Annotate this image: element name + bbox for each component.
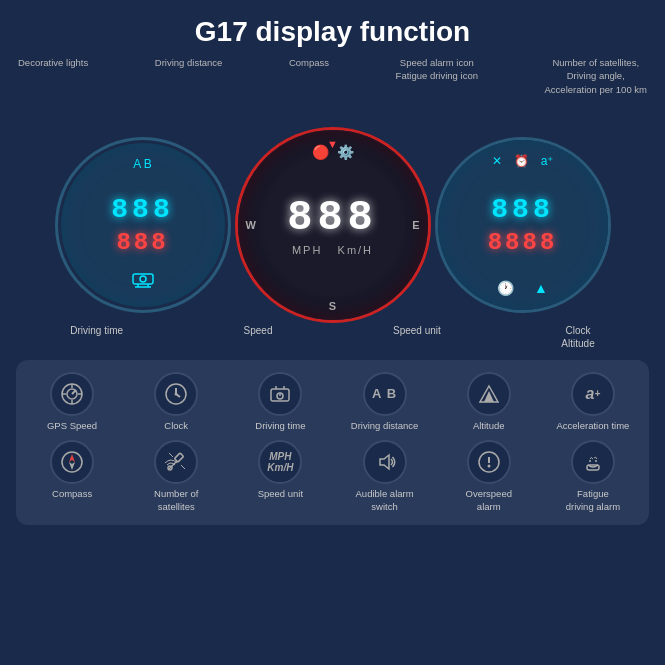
svg-point-37 [595, 460, 597, 462]
fatigue-icon [571, 440, 615, 484]
label-driving-time: Driving time [70, 324, 123, 350]
right-top-icons: ✕ ⏰ a⁺ [492, 154, 554, 168]
right-digit-top: 888 [491, 194, 553, 225]
compass-s: S [329, 300, 336, 312]
feature-gps-speed-label: GPS Speed [47, 420, 97, 432]
audible-alarm-icon [363, 440, 407, 484]
display-section: A B 888 888 ▼ S W E 🔴 ⚙️ [0, 100, 665, 320]
clock-icon-top: ⏰ [514, 154, 529, 168]
svg-marker-24 [69, 454, 75, 462]
feature-compass: Compass [24, 440, 120, 513]
svg-point-4 [140, 276, 146, 282]
page-title: G17 display function [0, 0, 665, 56]
features-row-2: Compass Number of satellites MPH Km/H [24, 440, 641, 513]
speed-unit-icon: MPH Km/H [258, 440, 302, 484]
label-speed-alarm: Speed alarm icon Fatigue driving icon [396, 56, 478, 96]
feature-clock-label: Clock [164, 420, 188, 432]
feature-accel-time: a+ Acceleration time [545, 372, 641, 432]
feature-satellites-label: Number of satellites [154, 488, 198, 513]
clock-icon [154, 372, 198, 416]
driving-distance-icon: A B [363, 372, 407, 416]
svg-marker-31 [380, 455, 389, 469]
bottom-panel: GPS Speed Clock [16, 360, 649, 525]
speed-unit-label: MPH Km/H [292, 244, 373, 256]
circle-right: ✕ ⏰ a⁺ 888 8888 🕐 ▲ [438, 140, 608, 310]
feature-overspeed-label: Overspeed alarm [466, 488, 512, 513]
feature-driving-time: Driving time [232, 372, 328, 432]
feature-driving-distance-label: Driving distance [351, 420, 419, 432]
svg-rect-27 [175, 453, 184, 462]
left-digit-top: 888 [111, 194, 173, 225]
feature-overspeed: Overspeed alarm [441, 440, 537, 513]
feature-fatigue-label: Fatigue driving alarm [566, 488, 620, 513]
right-bottom-icons: 🕐 ▲ [497, 280, 548, 296]
circles-row: A B 888 888 ▼ S W E 🔴 ⚙️ [58, 130, 608, 320]
label-decorative-lights: Decorative lights [18, 56, 88, 96]
svg-point-34 [487, 465, 490, 468]
feature-driving-time-label: Driving time [255, 420, 305, 432]
feature-audible-alarm-label: Audible alarm switch [356, 488, 414, 513]
feature-fatigue: Fatigue driving alarm [545, 440, 641, 513]
feature-gps-speed: GPS Speed [24, 372, 120, 432]
feature-accel-time-label: Acceleration time [556, 420, 629, 432]
svg-line-28 [169, 453, 173, 457]
feature-driving-distance: A B Driving distance [336, 372, 432, 432]
svg-line-11 [72, 390, 76, 394]
left-bottom-icon [131, 270, 155, 291]
overspeed-icon [467, 440, 511, 484]
satellite-icon-top: ✕ [492, 154, 502, 168]
left-top-icons: A B [133, 157, 152, 171]
compass-w: W [246, 219, 256, 231]
right-digit-bottom: 8888 [488, 229, 558, 256]
feature-speed-unit: MPH Km/H Speed unit [232, 440, 328, 513]
ab-icon: A B [133, 157, 152, 171]
label-satellites: Number of satellites, Driving angle, Acc… [545, 56, 647, 96]
left-digit-bottom: 888 [116, 229, 168, 256]
svg-point-15 [175, 392, 178, 395]
label-speed-unit-bottom: Speed unit [393, 324, 441, 350]
feature-altitude: Altitude [441, 372, 537, 432]
circle-middle: ▼ S W E 🔴 ⚙️ 888 MPH Km/H [238, 130, 428, 320]
altitude-icon [467, 372, 511, 416]
top-labels: Decorative lights Driving distance Compa… [10, 56, 655, 96]
bottom-labels-row: Driving time Speed Speed unit Clock Alti… [10, 324, 655, 350]
gps-speed-icon [50, 372, 94, 416]
alarm-icon-2: ⚙️ [337, 144, 354, 160]
label-clock-altitude: Clock Altitude [561, 324, 594, 350]
accel-icon-top: a⁺ [541, 154, 554, 168]
svg-point-36 [589, 460, 591, 462]
mountain-icon-bottom: ▲ [534, 280, 548, 296]
feature-compass-label: Compass [52, 488, 92, 500]
satellites-icon [154, 440, 198, 484]
accel-time-icon: a+ [571, 372, 615, 416]
label-driving-distance: Driving distance [155, 56, 223, 96]
svg-marker-25 [69, 462, 75, 470]
circle-left: A B 888 888 [58, 140, 228, 310]
driving-time-icon [258, 372, 302, 416]
feature-speed-unit-label: Speed unit [258, 488, 303, 500]
feature-satellites: Number of satellites [128, 440, 224, 513]
feature-clock: Clock [128, 372, 224, 432]
alarm-icons: 🔴 ⚙️ [312, 144, 354, 160]
feature-audible-alarm: Audible alarm switch [336, 440, 432, 513]
features-row-1: GPS Speed Clock [24, 372, 641, 432]
feature-altitude-label: Altitude [473, 420, 505, 432]
svg-line-29 [181, 465, 185, 469]
alarm-icon-1: 🔴 [312, 144, 329, 160]
label-speed: Speed [244, 324, 273, 350]
middle-digit: 888 [287, 194, 378, 242]
compass-e: E [412, 219, 419, 231]
compass-icon [50, 440, 94, 484]
clock-icon-bottom: 🕐 [497, 280, 514, 296]
label-compass: Compass [289, 56, 329, 96]
